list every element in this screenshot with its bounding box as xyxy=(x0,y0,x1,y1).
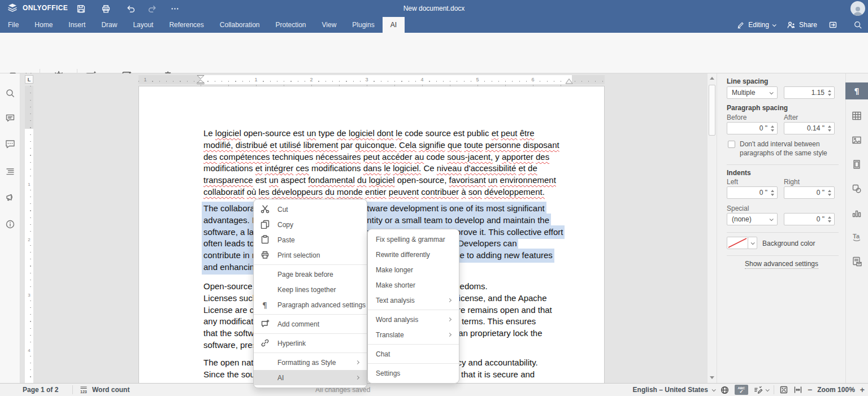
spinner-up-icon[interactable] xyxy=(771,125,774,128)
table-settings-tab[interactable] xyxy=(845,107,868,124)
chat-button[interactable] xyxy=(5,139,15,149)
special-indent-spinner[interactable]: 0 " xyxy=(784,213,835,225)
find-button[interactable] xyxy=(5,88,15,98)
menu-item-add-comment[interactable]: Add comment xyxy=(254,316,367,332)
background-color-dropdown[interactable] xyxy=(748,237,757,249)
spacing-before-spinner[interactable]: 0 " xyxy=(727,122,778,134)
scroll-up-arrow[interactable] xyxy=(710,77,714,80)
tab-ai[interactable]: AI xyxy=(383,17,405,33)
paragraph-settings-tab[interactable]: ¶ xyxy=(845,82,868,99)
submenu-item-make-shorter[interactable]: Make shorter xyxy=(368,277,459,293)
shape-settings-tab[interactable] xyxy=(845,180,868,197)
about-button[interactable] xyxy=(5,219,15,229)
line-spacing-value-spinner[interactable]: 1.15 xyxy=(784,86,835,99)
page-indicator[interactable]: Page 1 of 2 xyxy=(23,384,58,396)
right-indent-marker[interactable] xyxy=(565,79,573,84)
tab-draw[interactable]: Draw xyxy=(93,17,125,33)
spinner-up-icon[interactable] xyxy=(828,216,831,219)
paragraph-french[interactable]: Le logiciel open-source est un type de l… xyxy=(203,128,574,198)
print-button[interactable] xyxy=(98,2,113,15)
submenu-item-make-longer[interactable]: Make longer xyxy=(368,262,459,277)
background-color-swatch[interactable] xyxy=(727,237,748,249)
avatar[interactable] xyxy=(850,1,865,16)
tab-insert[interactable]: Insert xyxy=(60,17,93,33)
set-language-button[interactable] xyxy=(720,385,730,395)
tab-plugins[interactable]: Plugins xyxy=(344,17,382,33)
no-interval-label[interactable]: Don't add interval between paragraphs of… xyxy=(740,140,838,158)
submenu-item-word-analysis[interactable]: Word analysis xyxy=(368,312,459,327)
menu-item-print-selection[interactable]: Print selection xyxy=(254,247,367,263)
tab-collaboration[interactable]: Collaboration xyxy=(212,17,268,33)
spinner-down-icon[interactable] xyxy=(828,220,831,223)
text-art-settings-tab[interactable]: Ta xyxy=(845,229,868,246)
search-button[interactable] xyxy=(853,20,862,29)
spinner-down-icon[interactable] xyxy=(828,94,831,96)
menu-item-cut[interactable]: Cut xyxy=(254,202,367,217)
line-spacing-type-select[interactable]: Multiple xyxy=(727,86,778,99)
tab-view[interactable]: View xyxy=(314,17,345,33)
tab-file[interactable]: File xyxy=(0,17,27,33)
submenu-item-chat[interactable]: Chat xyxy=(368,346,459,362)
track-changes-button[interactable] xyxy=(753,385,769,395)
special-indent-select[interactable]: (none) xyxy=(727,213,778,225)
chart-settings-tab[interactable] xyxy=(845,204,868,221)
mail-merge-settings-tab[interactable] xyxy=(845,253,868,270)
indent-right-spinner[interactable]: 0 " xyxy=(784,186,835,199)
tab-references[interactable]: References xyxy=(161,17,211,33)
headers-footers-settings-tab[interactable] xyxy=(845,156,868,173)
feedback-button[interactable] xyxy=(5,192,15,202)
open-file-location-button[interactable] xyxy=(828,20,837,29)
share-button[interactable]: Share xyxy=(787,20,817,29)
spinner-up-icon[interactable] xyxy=(828,190,831,192)
image-settings-tab[interactable] xyxy=(845,132,868,149)
zoom-in-button[interactable]: + xyxy=(860,385,865,394)
editing-mode-button[interactable]: Editing xyxy=(737,21,775,29)
redo-button[interactable] xyxy=(145,2,159,15)
no-interval-checkbox[interactable] xyxy=(728,141,735,148)
tab-home[interactable]: Home xyxy=(27,17,60,33)
undo-button[interactable] xyxy=(123,2,138,15)
scrollbar-thumb[interactable] xyxy=(709,85,715,136)
submenu-item-settings[interactable]: Settings xyxy=(368,365,459,381)
tab-layout[interactable]: Layout xyxy=(125,17,161,33)
spinner-up-icon[interactable] xyxy=(771,190,774,192)
spinner-down-icon[interactable] xyxy=(828,194,831,196)
spinner-down-icon[interactable] xyxy=(771,129,774,132)
comments-button[interactable] xyxy=(5,113,15,123)
fit-width-button[interactable] xyxy=(793,385,802,394)
spinner-down-icon[interactable] xyxy=(828,129,831,132)
menu-item-page-break-before[interactable]: Page break before xyxy=(254,267,367,282)
zoom-out-button[interactable]: − xyxy=(808,385,812,394)
menu-item-copy[interactable]: Copy xyxy=(254,217,367,232)
zoom-level[interactable]: Zoom 100% xyxy=(817,386,855,394)
show-advanced-settings-link[interactable]: Show advanced settings xyxy=(717,260,846,268)
menu-item-paste[interactable]: Paste xyxy=(254,232,367,247)
spinner-up-icon[interactable] xyxy=(828,125,831,128)
save-button[interactable] xyxy=(73,2,88,15)
menu-item-hyperlink[interactable]: Hyperlink xyxy=(254,336,367,351)
spinner-up-icon[interactable] xyxy=(828,90,831,92)
fit-page-button[interactable] xyxy=(779,385,788,394)
submenu-item-fix-spelling-grammar[interactable]: Fix spelling & grammar xyxy=(368,232,459,247)
scroll-down-arrow[interactable] xyxy=(710,376,714,379)
spinner-down-icon[interactable] xyxy=(771,194,774,196)
menu-item-keep-lines-together[interactable]: Keep lines together xyxy=(254,282,367,297)
navigation-button[interactable] xyxy=(5,166,15,176)
menu-item-paragraph-advanced-settings[interactable]: ¶Paragraph advanced settings xyxy=(254,297,367,312)
indent-left-spinner[interactable]: 0 " xyxy=(727,186,778,199)
submenu-item-text-analysis[interactable]: Text analysis xyxy=(368,293,459,308)
horizontal-ruler[interactable]: 1 1 2 3 4 5 6 xyxy=(138,75,605,84)
tab-protection[interactable]: Protection xyxy=(268,17,314,33)
word-count-button[interactable]: 123 Word count xyxy=(79,384,129,396)
language-selector[interactable]: English – United States xyxy=(633,386,715,394)
vertical-ruler[interactable]: 1 2 3 4 xyxy=(25,86,33,383)
spell-check-toggle[interactable]: ABC✓ xyxy=(735,385,748,395)
submenu-item-translate[interactable]: Translate xyxy=(368,327,459,342)
menu-item-ai[interactable]: AI xyxy=(254,370,367,385)
submenu-item-rewrite-differently[interactable]: Rewrite differently xyxy=(368,247,459,262)
menu-item-formatting-as-style[interactable]: Formatting as Style xyxy=(254,355,367,370)
tab-selector[interactable]: L xyxy=(25,75,33,84)
spacing-after-spinner[interactable]: 0.14 " xyxy=(784,122,835,134)
indent-markers[interactable] xyxy=(197,75,205,84)
customize-toolbar-button[interactable] xyxy=(167,2,182,15)
